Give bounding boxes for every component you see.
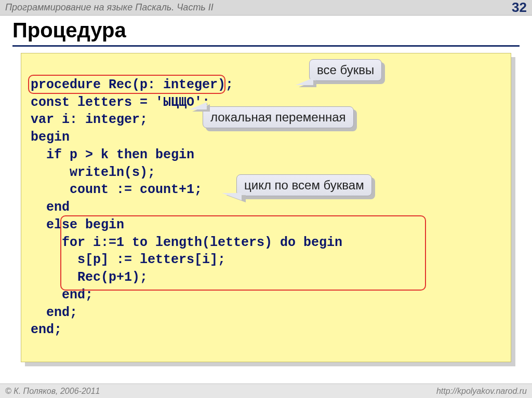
- callout-text: цикл по всем буквам: [236, 174, 372, 196]
- code-line: var i: integer;: [31, 112, 148, 127]
- code-line: if p > k then begin: [31, 147, 194, 162]
- code-line: end;: [31, 322, 62, 337]
- code-line: end: [31, 200, 70, 215]
- code-line: count := count+1;: [31, 182, 202, 197]
- code-line: end;: [31, 305, 77, 320]
- footer-url: http://kpolyakov.narod.ru: [436, 387, 527, 396]
- page-title: Процедура: [12, 19, 520, 42]
- code-line: writeln(s);: [31, 165, 155, 180]
- code-area: procedure Rec(p: integer); const letters…: [21, 53, 511, 362]
- footer-author: © К. Поляков, 2006-2011: [5, 387, 100, 396]
- course-title: Программирование на языке Паскаль. Часть…: [5, 2, 214, 13]
- callout-text: все буквы: [309, 59, 382, 81]
- callout-local-var: локальная переменная: [203, 106, 354, 128]
- slide-footer: © К. Поляков, 2006-2011 http://kpolyakov…: [0, 383, 532, 398]
- highlight-const-letters: [28, 75, 225, 94]
- code-box: procedure Rec(p: integer); const letters…: [21, 53, 511, 362]
- heading-divider: [12, 45, 520, 47]
- callout-loop-letters: цикл по всем буквам: [236, 174, 372, 196]
- code-line: const letters = 'ЫЦЩО';: [31, 95, 210, 110]
- slide-header: Программирование на языке Паскаль. Часть…: [0, 0, 532, 16]
- callout-text: локальная переменная: [203, 106, 354, 128]
- highlight-for-loop: [60, 215, 426, 291]
- page-number: 32: [512, 0, 527, 16]
- callout-all-letters: все буквы: [309, 59, 382, 81]
- heading-section: Процедура: [0, 16, 532, 47]
- code-line: begin: [31, 130, 70, 145]
